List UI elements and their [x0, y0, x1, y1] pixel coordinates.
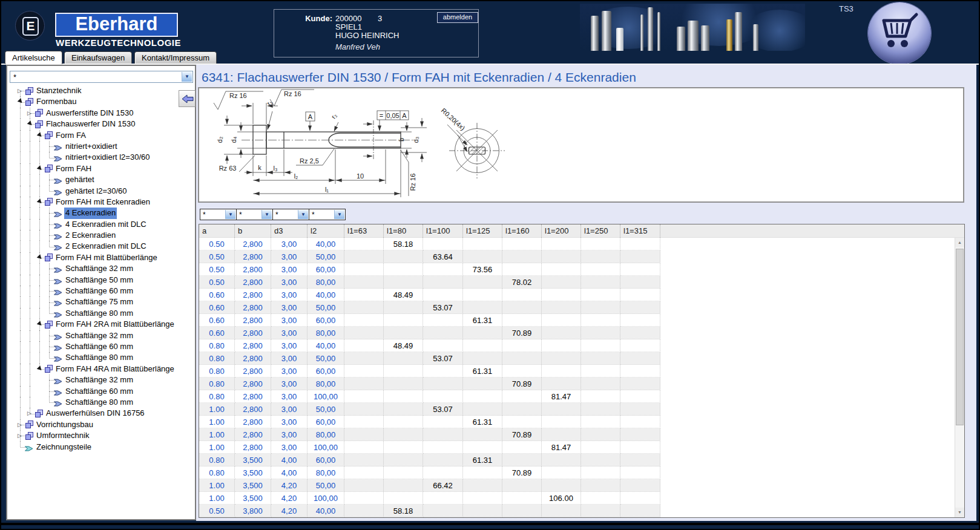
tree-item[interactable]: gehärtet — [8, 174, 194, 185]
tree-item[interactable]: Formenbau — [8, 96, 194, 107]
expand-toggle-icon[interactable]: ▷ — [27, 111, 31, 116]
table-row[interactable]: 0.803,5004,0060,0061.31 — [199, 454, 660, 466]
tree-item[interactable]: Form FA — [8, 130, 194, 141]
column-header[interactable]: l1=315 — [620, 224, 660, 238]
table-row[interactable]: 1.003,5004,2050,0066.42 — [199, 479, 660, 492]
tree-item[interactable]: ▷Umformtechnik — [8, 430, 194, 441]
collapse-toggle-icon[interactable] — [37, 365, 44, 372]
tree-item[interactable]: gehärtet l2=30/60 — [8, 186, 194, 197]
tab-kontakt-impressum[interactable]: Kontakt/Impressum — [134, 51, 217, 64]
tree-item[interactable]: nitriert+oxidiert l2=30/60 — [8, 152, 194, 163]
expand-toggle-icon[interactable]: ▷ — [27, 411, 31, 416]
table-row[interactable]: 0.802,8003,00100,0081.47 — [199, 390, 660, 403]
table-cell: 0.60 — [199, 301, 235, 314]
tree-item[interactable]: nitriert+oxidiert — [8, 141, 194, 152]
table-row[interactable]: 0.602,8003,0060,0061.31 — [199, 314, 660, 327]
tree-item[interactable]: ▷Auswerferhülsen DIN 16756 — [8, 408, 194, 419]
scroll-thumb[interactable] — [956, 249, 964, 425]
column-filter-combobox[interactable]: *▼ — [309, 209, 346, 220]
tree-item[interactable]: 4 Eckenradien mit DLC — [8, 219, 194, 230]
expand-toggle-icon[interactable]: ▷ — [18, 88, 22, 94]
tree-item[interactable]: Zeichnungsteile — [8, 442, 194, 453]
table-row[interactable]: 0.803,5004,0080,0070.89 — [199, 466, 660, 479]
tree-item[interactable]: ▷Auswerferstifte DIN 1530 — [8, 108, 194, 119]
tree-item[interactable]: Flachauswerfer DIN 1530 — [8, 119, 194, 129]
table-row[interactable]: 0.502,8003,0060,0073.56 — [199, 263, 660, 276]
tree-item[interactable]: Schaftlänge 60 mm — [8, 341, 194, 352]
tree-item[interactable]: Schaftlänge 80 mm — [8, 308, 194, 319]
column-header[interactable]: l2 — [307, 224, 344, 238]
table-row[interactable]: 0.502,8003,0040,0058.18 — [199, 238, 660, 250]
logout-button[interactable]: abmelden — [437, 12, 478, 23]
column-header[interactable]: l1=200 — [542, 224, 581, 238]
collapse-toggle-icon[interactable] — [37, 254, 44, 261]
table-row[interactable]: 1.002,8003,0060,0061.31 — [199, 416, 660, 428]
dropdown-arrow-icon[interactable]: ▼ — [334, 210, 344, 219]
tree-item[interactable]: Schaftlänge 32 mm — [8, 330, 194, 341]
table-row[interactable]: 1.003,5004,20100,00106.00 — [199, 492, 660, 505]
expand-toggle-icon[interactable]: ▷ — [18, 433, 22, 439]
scroll-up-button[interactable]: ▲ — [955, 238, 964, 247]
table-row[interactable]: 0.602,8003,0050,0053.07 — [199, 301, 660, 314]
table-row[interactable]: 0.503,8004,2040,0058.18 — [199, 505, 660, 517]
tree-item[interactable]: Form FAH mit Blattüberlänge — [8, 252, 194, 263]
tree-item[interactable]: ▷Vorrichtungsbau — [8, 419, 194, 430]
tree-item[interactable]: Form FAH — [8, 163, 194, 174]
table-row[interactable]: 1.002,8003,00100,0081.47 — [199, 441, 660, 454]
collapse-toggle-icon[interactable] — [18, 99, 24, 105]
column-header[interactable]: l1=100 — [423, 224, 463, 238]
expand-toggle-icon[interactable]: ▷ — [18, 422, 22, 428]
table-row[interactable]: 0.502,8003,0080,0078.02 — [199, 276, 660, 289]
cart-icon[interactable] — [868, 2, 931, 64]
column-header[interactable]: a — [199, 224, 235, 238]
scroll-down-button[interactable]: ▼ — [955, 508, 964, 517]
column-header[interactable]: l1=80 — [384, 224, 423, 238]
tree-item[interactable]: Schaftlänge 32 mm — [8, 375, 194, 385]
tab-einkaufswagen[interactable]: Einkaufswagen — [64, 51, 132, 64]
column-header[interactable]: l1=250 — [581, 224, 620, 238]
tree-item[interactable]: Schaftlänge 60 mm — [8, 386, 194, 397]
tree-item[interactable]: Form FAH 4RA mit Blattüberlänge — [8, 364, 194, 375]
collapse-toggle-icon[interactable] — [37, 165, 44, 172]
collapse-toggle-icon[interactable] — [37, 132, 44, 139]
dropdown-arrow-icon[interactable]: ▼ — [261, 210, 272, 219]
tree-item[interactable]: ▷Stanztechnik — [8, 85, 194, 96]
collapse-toggle-icon[interactable] — [37, 321, 44, 327]
collapse-toggle-icon[interactable] — [37, 198, 44, 205]
column-header[interactable]: d3 — [271, 224, 307, 238]
table-row[interactable]: 0.802,8003,0080,0070.89 — [199, 378, 660, 390]
tree-item[interactable]: Schaftlänge 32 mm — [8, 263, 194, 274]
tree-item[interactable]: Form FAH mit Eckenradien — [8, 197, 194, 208]
dropdown-arrow-icon[interactable]: ▼ — [182, 72, 192, 82]
table-row[interactable]: 1.002,8003,0050,0053.07 — [199, 403, 660, 416]
tab-artikelsuche[interactable]: Artikelsuche — [5, 51, 62, 64]
tree-item[interactable]: Schaftlänge 80 mm — [8, 397, 194, 408]
dropdown-arrow-icon[interactable]: ▼ — [225, 210, 235, 219]
vertical-scrollbar[interactable]: ▲ ▼ — [955, 238, 964, 517]
table-row[interactable]: 1.002,8003,0080,0070.89 — [199, 428, 660, 441]
tree-item[interactable]: Schaftlänge 75 mm — [8, 296, 194, 307]
collapse-toggle-icon[interactable] — [27, 120, 34, 127]
table-row[interactable]: 0.802,8003,0050,0053.07 — [199, 352, 660, 365]
table-row[interactable]: 0.802,8003,0040,0048.49 — [199, 339, 660, 352]
tree-item[interactable]: Schaftlänge 80 mm — [8, 352, 194, 363]
column-header[interactable]: b — [235, 224, 271, 238]
tree-item[interactable]: 2 Eckenradien mit DLC — [8, 241, 194, 252]
tree-item[interactable]: 2 Eckenradien — [8, 230, 194, 241]
tree-item[interactable]: 4 Eckenradien — [8, 208, 194, 218]
column-header[interactable]: l1=125 — [463, 224, 502, 238]
column-filter-combobox[interactable]: *▼ — [236, 209, 273, 220]
tree-item[interactable]: Schaftlänge 60 mm — [8, 286, 194, 296]
table-row[interactable]: 0.502,8003,0050,0063.64 — [199, 250, 660, 263]
column-filter-combobox[interactable]: *▼ — [200, 209, 237, 220]
tree-filter-combobox[interactable]: * ▼ — [10, 71, 193, 83]
table-row[interactable]: 0.802,8003,0060,0061.31 — [199, 365, 660, 378]
column-header[interactable]: l1=160 — [502, 224, 542, 238]
column-header[interactable]: l1=63 — [344, 224, 384, 238]
dropdown-arrow-icon[interactable]: ▼ — [298, 210, 308, 219]
table-row[interactable]: 0.602,8003,0080,0070.89 — [199, 327, 660, 339]
table-row[interactable]: 0.602,8003,0040,0048.49 — [199, 289, 660, 301]
tree-item[interactable]: Form FAH 2RA mit Blattüberlänge — [8, 319, 194, 330]
column-filter-combobox[interactable]: *▼ — [272, 209, 309, 220]
tree-item[interactable]: Schaftlänge 50 mm — [8, 275, 194, 286]
